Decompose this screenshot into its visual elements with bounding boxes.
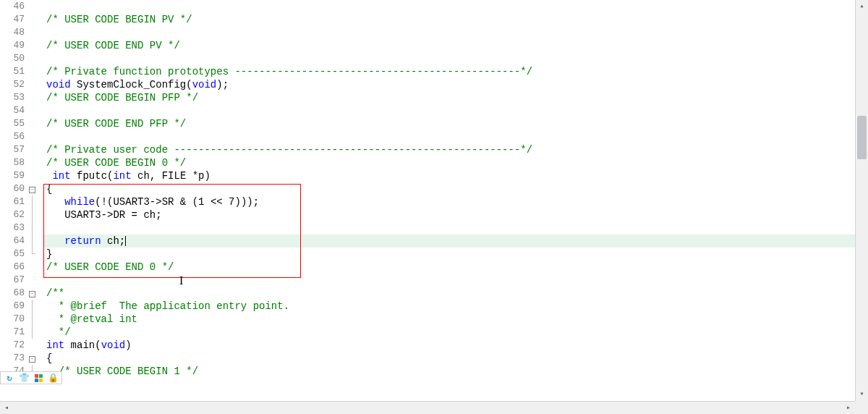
code-content[interactable]: } xyxy=(43,248,855,261)
line-number: 66 xyxy=(0,261,29,274)
horizontal-scrollbar[interactable]: ◂ ▸ xyxy=(0,401,855,414)
refresh-icon[interactable]: ↻ xyxy=(4,373,14,383)
code-content[interactable] xyxy=(43,130,855,143)
line-number: 56 xyxy=(0,130,29,143)
code-area[interactable]: 4647/* USER CODE BEGIN PV */4849/* USER … xyxy=(0,0,855,401)
fold-marker xyxy=(29,52,43,65)
code-line[interactable]: 56 xyxy=(0,130,855,143)
line-number: 61 xyxy=(0,195,29,208)
fold-marker xyxy=(29,104,43,117)
code-editor: 4647/* USER CODE BEGIN PV */4849/* USER … xyxy=(0,0,868,414)
code-line[interactable]: 58/* USER CODE BEGIN 0 */ xyxy=(0,156,855,169)
code-line[interactable]: 71 */ xyxy=(0,326,855,339)
code-content[interactable]: /* USER CODE BEGIN 0 */ xyxy=(43,156,855,169)
grid-icon[interactable] xyxy=(33,373,43,383)
fold-marker xyxy=(29,300,43,313)
code-content[interactable] xyxy=(43,221,855,235)
code-line[interactable]: 73-{ xyxy=(0,352,855,365)
code-line[interactable]: 57/* Private user code -----------------… xyxy=(0,143,855,156)
code-line[interactable]: 72int main(void) xyxy=(0,339,855,352)
code-line[interactable]: 60-{ xyxy=(0,182,855,195)
code-line[interactable]: 74 /* USER CODE BEGIN 1 */ xyxy=(0,365,855,378)
fold-marker[interactable]: - xyxy=(29,182,43,195)
fold-marker[interactable]: - xyxy=(29,352,43,365)
code-content[interactable]: int fputc(int ch, FILE *p) xyxy=(43,169,855,182)
scrollbar-corner xyxy=(855,401,868,414)
code-content[interactable]: /* USER CODE END 0 */ xyxy=(43,261,855,274)
code-line[interactable]: 49/* USER CODE END PV */ xyxy=(0,39,855,52)
line-number: 58 xyxy=(0,156,29,169)
line-number: 55 xyxy=(0,117,29,130)
code-line[interactable]: 50 xyxy=(0,52,855,65)
code-content[interactable]: /* USER CODE BEGIN 1 */ xyxy=(43,365,855,378)
code-line[interactable]: 61 while(!(USART3->SR & (1 << 7))); xyxy=(0,195,855,208)
shirt-icon[interactable]: 👕 xyxy=(19,373,29,383)
code-line[interactable]: 67 xyxy=(0,274,855,287)
text-caret xyxy=(125,236,126,246)
code-line[interactable]: 66/* USER CODE END 0 */ xyxy=(0,261,855,274)
code-content[interactable]: /* Private user code -------------------… xyxy=(43,143,855,156)
code-content[interactable]: while(!(USART3->SR & (1 << 7))); xyxy=(43,195,855,208)
code-line[interactable]: 64 return ch; xyxy=(0,235,855,248)
code-line[interactable]: 59 int fputc(int ch, FILE *p) xyxy=(0,169,855,182)
scroll-down-arrow[interactable]: ▾ xyxy=(856,388,868,401)
code-line[interactable]: 48 xyxy=(0,26,855,39)
code-content[interactable] xyxy=(43,0,855,13)
lock-icon[interactable]: 🔒 xyxy=(48,373,58,383)
code-line[interactable]: 70 * @retval int xyxy=(0,313,855,326)
vertical-scrollbar[interactable]: ▴ ▾ xyxy=(855,0,868,401)
line-number: 51 xyxy=(0,65,29,78)
line-number: 59 xyxy=(0,169,29,182)
line-number: 70 xyxy=(0,313,29,326)
code-content[interactable]: /** xyxy=(43,287,855,300)
code-content[interactable]: /* USER CODE END PFP */ xyxy=(43,117,855,130)
code-content[interactable]: return ch; xyxy=(43,235,855,248)
line-number: 65 xyxy=(0,248,29,261)
code-content[interactable] xyxy=(43,104,855,117)
scroll-up-arrow[interactable]: ▴ xyxy=(856,0,868,13)
scroll-left-arrow[interactable]: ◂ xyxy=(0,402,13,414)
scroll-right-arrow[interactable]: ▸ xyxy=(842,402,855,414)
code-content[interactable]: void SystemClock_Config(void); xyxy=(43,78,855,91)
code-line[interactable]: 51/* Private function prototypes -------… xyxy=(0,65,855,78)
code-line[interactable]: 46 xyxy=(0,0,855,13)
code-content[interactable] xyxy=(43,52,855,65)
code-content[interactable]: * @retval int xyxy=(43,313,855,326)
line-number: 68 xyxy=(0,287,29,300)
code-content[interactable]: */ xyxy=(43,326,855,339)
code-content[interactable]: { xyxy=(43,182,855,195)
code-line[interactable]: 63 xyxy=(0,221,855,235)
code-content[interactable]: /* USER CODE BEGIN PFP */ xyxy=(43,91,855,104)
code-content[interactable]: { xyxy=(43,352,855,365)
vertical-scroll-thumb[interactable] xyxy=(857,116,867,159)
code-line[interactable]: 55/* USER CODE END PFP */ xyxy=(0,117,855,130)
fold-marker xyxy=(29,274,43,287)
code-line[interactable]: 68-/** xyxy=(0,287,855,300)
code-content[interactable]: int main(void) xyxy=(43,339,855,352)
code-content[interactable]: /* USER CODE BEGIN PV */ xyxy=(43,13,855,26)
code-content[interactable]: /* Private function prototypes ---------… xyxy=(43,65,855,78)
code-content[interactable]: USART3->DR = ch; xyxy=(43,208,855,221)
line-number: 72 xyxy=(0,339,29,352)
line-number: 47 xyxy=(0,13,29,26)
line-number: 46 xyxy=(0,0,29,13)
code-line[interactable]: 62 USART3->DR = ch; xyxy=(0,208,855,221)
code-content[interactable]: * @brief The application entry point. xyxy=(43,300,855,313)
code-line[interactable]: 65} xyxy=(0,248,855,261)
code-line[interactable]: 53/* USER CODE BEGIN PFP */ xyxy=(0,91,855,104)
fold-marker xyxy=(29,65,43,78)
code-line[interactable]: 47/* USER CODE BEGIN PV */ xyxy=(0,13,855,26)
fold-marker xyxy=(29,221,43,235)
code-content[interactable] xyxy=(43,26,855,39)
code-content[interactable]: /* USER CODE END PV */ xyxy=(43,39,855,52)
code-content[interactable] xyxy=(43,274,855,287)
fold-marker xyxy=(29,0,43,13)
code-line[interactable]: 54 xyxy=(0,104,855,117)
code-line[interactable]: 69 * @brief The application entry point. xyxy=(0,300,855,313)
code-line[interactable]: 52void SystemClock_Config(void); xyxy=(0,78,855,91)
fold-marker xyxy=(29,13,43,26)
fold-marker[interactable]: - xyxy=(29,287,43,300)
line-number: 63 xyxy=(0,221,29,235)
fold-marker xyxy=(29,208,43,221)
fold-marker xyxy=(29,39,43,52)
